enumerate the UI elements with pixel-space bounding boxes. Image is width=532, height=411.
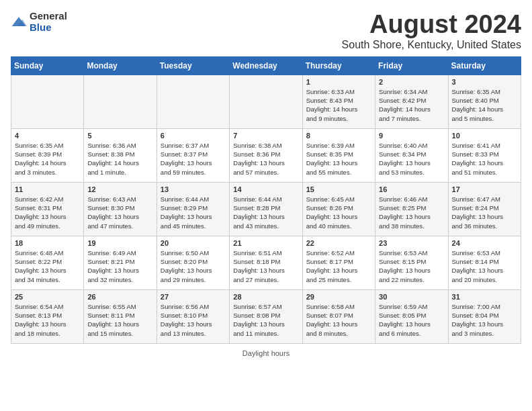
calendar-cell: 20Sunrise: 6:50 AM Sunset: 8:20 PM Dayli… (157, 236, 229, 289)
day-content: Sunrise: 6:57 AM Sunset: 8:08 PM Dayligh… (233, 302, 298, 338)
day-number: 19 (87, 239, 152, 247)
day-number: 1 (306, 78, 371, 86)
header-tuesday: Tuesday (157, 56, 229, 75)
header-wednesday: Wednesday (230, 56, 302, 75)
day-content: Sunrise: 6:47 AM Sunset: 8:24 PM Dayligh… (452, 195, 517, 230)
calendar-cell (11, 75, 84, 128)
day-content: Sunrise: 6:36 AM Sunset: 8:38 PM Dayligh… (87, 141, 152, 177)
calendar-cell: 26Sunrise: 6:55 AM Sunset: 8:11 PM Dayli… (84, 289, 157, 343)
day-content: Sunrise: 6:53 AM Sunset: 8:15 PM Dayligh… (379, 248, 444, 284)
day-content: Sunrise: 7:00 AM Sunset: 8:04 PM Dayligh… (452, 302, 517, 338)
day-number: 7 (233, 132, 298, 140)
day-content: Sunrise: 6:43 AM Sunset: 8:30 PM Dayligh… (87, 195, 152, 230)
week-row-3: 11Sunrise: 6:42 AM Sunset: 8:31 PM Dayli… (11, 182, 521, 236)
calendar-cell: 24Sunrise: 6:53 AM Sunset: 8:14 PM Dayli… (448, 236, 521, 289)
header-friday: Friday (375, 56, 448, 75)
day-number: 26 (87, 293, 152, 301)
day-content: Sunrise: 6:34 AM Sunset: 8:42 PM Dayligh… (379, 87, 444, 123)
logo-icon (11, 15, 27, 29)
day-content: Sunrise: 6:58 AM Sunset: 8:07 PM Dayligh… (306, 302, 371, 338)
day-content: Sunrise: 6:45 AM Sunset: 8:26 PM Dayligh… (306, 195, 371, 230)
day-number: 9 (379, 132, 444, 140)
calendar-cell: 1Sunrise: 6:33 AM Sunset: 8:43 PM Daylig… (302, 75, 375, 128)
calendar-cell (230, 75, 302, 128)
calendar-cell: 4Sunrise: 6:35 AM Sunset: 8:39 PM Daylig… (11, 128, 84, 182)
calendar-cell: 16Sunrise: 6:46 AM Sunset: 8:25 PM Dayli… (375, 182, 448, 236)
calendar-cell: 7Sunrise: 6:38 AM Sunset: 8:36 PM Daylig… (230, 128, 302, 182)
day-number: 29 (306, 293, 371, 301)
logo-general: General (30, 11, 67, 22)
calendar-cell: 27Sunrise: 6:56 AM Sunset: 8:10 PM Dayli… (157, 289, 229, 343)
calendar-cell: 5Sunrise: 6:36 AM Sunset: 8:38 PM Daylig… (84, 128, 157, 182)
day-number: 6 (161, 132, 226, 140)
week-row-4: 18Sunrise: 6:48 AM Sunset: 8:22 PM Dayli… (11, 236, 521, 289)
calendar-cell: 13Sunrise: 6:44 AM Sunset: 8:29 PM Dayli… (157, 182, 229, 236)
day-content: Sunrise: 6:49 AM Sunset: 8:21 PM Dayligh… (87, 248, 152, 284)
title-block: August 2024 South Shore, Kentucky, Unite… (342, 11, 521, 51)
day-number: 4 (15, 132, 80, 140)
calendar-cell: 9Sunrise: 6:40 AM Sunset: 8:34 PM Daylig… (375, 128, 448, 182)
header-sunday: Sunday (11, 56, 84, 75)
calendar-cell (157, 75, 229, 128)
day-content: Sunrise: 6:48 AM Sunset: 8:22 PM Dayligh… (15, 248, 80, 284)
calendar-header: Sunday Monday Tuesday Wednesday Thursday… (11, 56, 521, 75)
header-saturday: Saturday (448, 56, 521, 75)
footer-text: Daylight hours (242, 349, 290, 357)
day-number: 23 (379, 239, 444, 247)
calendar-cell: 14Sunrise: 6:44 AM Sunset: 8:28 PM Dayli… (230, 182, 302, 236)
footer: Daylight hours (11, 349, 521, 357)
day-content: Sunrise: 6:33 AM Sunset: 8:43 PM Dayligh… (306, 87, 371, 123)
calendar-cell: 6Sunrise: 6:37 AM Sunset: 8:37 PM Daylig… (157, 128, 229, 182)
logo-blue: Blue (30, 22, 67, 34)
calendar-cell: 25Sunrise: 6:54 AM Sunset: 8:13 PM Dayli… (11, 289, 84, 343)
day-number: 2 (379, 78, 444, 86)
day-content: Sunrise: 6:56 AM Sunset: 8:10 PM Dayligh… (161, 302, 226, 338)
day-number: 14 (233, 185, 298, 193)
day-number: 25 (15, 293, 80, 301)
calendar-cell: 29Sunrise: 6:58 AM Sunset: 8:07 PM Dayli… (302, 289, 375, 343)
day-number: 3 (452, 78, 517, 86)
day-content: Sunrise: 6:41 AM Sunset: 8:33 PM Dayligh… (452, 141, 517, 177)
calendar-cell: 19Sunrise: 6:49 AM Sunset: 8:21 PM Dayli… (84, 236, 157, 289)
day-number: 15 (306, 185, 371, 193)
day-content: Sunrise: 6:52 AM Sunset: 8:17 PM Dayligh… (306, 248, 371, 284)
day-content: Sunrise: 6:44 AM Sunset: 8:29 PM Dayligh… (161, 195, 226, 230)
day-content: Sunrise: 6:53 AM Sunset: 8:14 PM Dayligh… (452, 248, 517, 284)
day-number: 16 (379, 185, 444, 193)
day-number: 13 (161, 185, 226, 193)
day-content: Sunrise: 6:51 AM Sunset: 8:18 PM Dayligh… (233, 248, 298, 284)
day-content: Sunrise: 6:38 AM Sunset: 8:36 PM Dayligh… (233, 141, 298, 177)
day-content: Sunrise: 6:37 AM Sunset: 8:37 PM Dayligh… (161, 141, 226, 177)
subtitle: South Shore, Kentucky, United States (342, 39, 521, 51)
calendar-cell: 18Sunrise: 6:48 AM Sunset: 8:22 PM Dayli… (11, 236, 84, 289)
day-content: Sunrise: 6:50 AM Sunset: 8:20 PM Dayligh… (161, 248, 226, 284)
calendar-cell: 2Sunrise: 6:34 AM Sunset: 8:42 PM Daylig… (375, 75, 448, 128)
day-content: Sunrise: 6:40 AM Sunset: 8:34 PM Dayligh… (379, 141, 444, 177)
day-number: 21 (233, 239, 298, 247)
day-content: Sunrise: 6:46 AM Sunset: 8:25 PM Dayligh… (379, 195, 444, 230)
day-number: 10 (452, 132, 517, 140)
week-row-1: 1Sunrise: 6:33 AM Sunset: 8:43 PM Daylig… (11, 75, 521, 128)
day-content: Sunrise: 6:35 AM Sunset: 8:39 PM Dayligh… (15, 141, 80, 177)
calendar-cell (84, 75, 157, 128)
header-monday: Monday (84, 56, 157, 75)
calendar-cell: 28Sunrise: 6:57 AM Sunset: 8:08 PM Dayli… (230, 289, 302, 343)
main-title: August 2024 (342, 11, 521, 39)
day-number: 12 (87, 185, 152, 193)
day-number: 5 (87, 132, 152, 140)
calendar-cell: 17Sunrise: 6:47 AM Sunset: 8:24 PM Dayli… (448, 182, 521, 236)
day-content: Sunrise: 6:39 AM Sunset: 8:35 PM Dayligh… (306, 141, 371, 177)
calendar-cell: 15Sunrise: 6:45 AM Sunset: 8:26 PM Dayli… (302, 182, 375, 236)
calendar-cell: 22Sunrise: 6:52 AM Sunset: 8:17 PM Dayli… (302, 236, 375, 289)
day-number: 8 (306, 132, 371, 140)
day-number: 30 (379, 293, 444, 301)
calendar-cell: 11Sunrise: 6:42 AM Sunset: 8:31 PM Dayli… (11, 182, 84, 236)
day-number: 24 (452, 239, 517, 247)
calendar-cell: 3Sunrise: 6:35 AM Sunset: 8:40 PM Daylig… (448, 75, 521, 128)
calendar-cell: 10Sunrise: 6:41 AM Sunset: 8:33 PM Dayli… (448, 128, 521, 182)
header-row: Sunday Monday Tuesday Wednesday Thursday… (11, 56, 521, 75)
day-number: 28 (233, 293, 298, 301)
calendar-table: Sunday Monday Tuesday Wednesday Thursday… (11, 56, 521, 344)
day-number: 20 (161, 239, 226, 247)
calendar-cell: 31Sunrise: 7:00 AM Sunset: 8:04 PM Dayli… (448, 289, 521, 343)
